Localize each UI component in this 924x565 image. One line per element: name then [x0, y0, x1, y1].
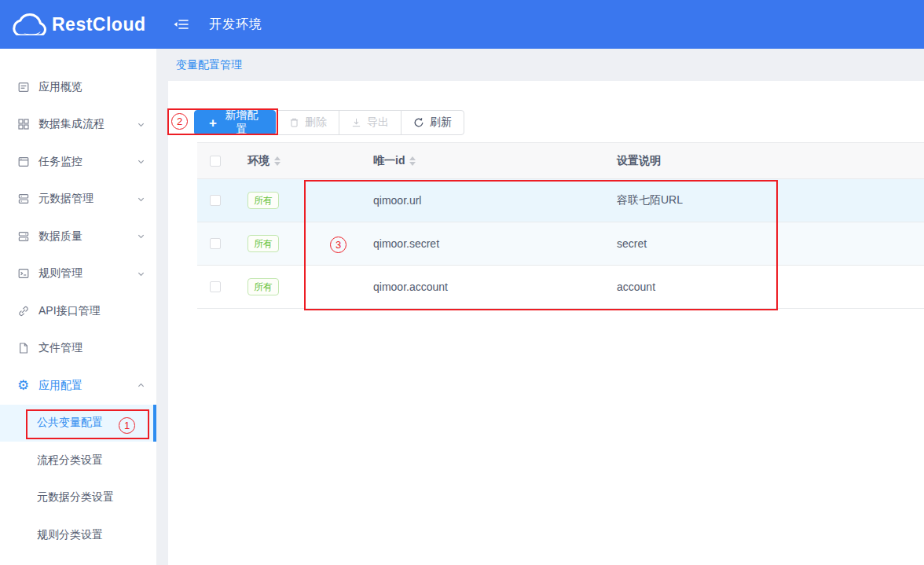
integration-icon — [16, 118, 30, 131]
column-header-desc: 设置说明 — [617, 154, 661, 167]
sidebar-item-app-config[interactable]: ⚙ 应用配置 — [0, 367, 156, 405]
chevron-down-icon — [137, 157, 145, 166]
sidebar-subitem-label: 公共变量配置 — [37, 416, 103, 430]
sidebar-subitem-flow-category[interactable]: 流程分类设置 — [0, 442, 156, 479]
env-tag: 所有 — [248, 235, 279, 252]
config-desc: account — [617, 281, 655, 293]
menu-fold-icon[interactable] — [174, 18, 189, 31]
export-button[interactable]: 导出 — [339, 110, 402, 135]
row-checkbox[interactable] — [210, 238, 221, 249]
chevron-down-icon — [137, 270, 145, 278]
sidebar-item-label: 应用配置 — [38, 379, 82, 393]
column-header-id: 唯一id — [373, 154, 405, 168]
table-row[interactable]: 所有 qimoor.url 容联七陌URL — [197, 179, 924, 222]
top-bar: RestCloud 开发环境 — [0, 0, 924, 49]
sidebar-item-label: 数据质量 — [38, 229, 82, 244]
sidebar-item-data-integration[interactable]: 数据集成流程 — [0, 106, 156, 144]
sidebar-item-api[interactable]: API接口管理 — [0, 292, 156, 330]
toolbar-button-group: 删除 导出 刷新 — [277, 110, 464, 135]
monitor-icon — [16, 155, 30, 168]
chevron-down-icon — [137, 232, 145, 240]
config-id: qimoor.account — [373, 281, 448, 293]
delete-button[interactable]: 删除 — [277, 110, 339, 135]
sidebar-subitem-label: 规则分类设置 — [37, 528, 103, 542]
table-row[interactable]: 所有 qimoor.secret secret — [197, 222, 924, 266]
page-title: 开发环境 — [209, 17, 262, 33]
sidebar-item-label: API接口管理 — [38, 304, 101, 318]
content-card: + 新增配置 删除 — [168, 81, 924, 565]
sidebar-item-metadata[interactable]: 元数据管理 — [0, 181, 156, 218]
chevron-up-icon — [137, 381, 145, 390]
metadata-icon — [16, 193, 30, 206]
row-checkbox[interactable] — [210, 281, 221, 292]
table-row[interactable]: 所有 qimoor.account account — [197, 266, 924, 309]
column-header-env: 环境 — [248, 154, 270, 168]
breadcrumb: 变量配置管理 — [156, 49, 924, 81]
trash-icon — [289, 117, 299, 128]
sidebar-item-label: 应用概览 — [38, 80, 82, 94]
gear-icon: ⚙ — [16, 379, 30, 392]
overview-icon — [16, 80, 30, 94]
sort-control-env[interactable] — [274, 156, 280, 166]
sidebar-item-app-overview[interactable]: 应用概览 — [0, 68, 156, 106]
config-desc: secret — [617, 237, 647, 250]
row-checkbox[interactable] — [210, 195, 221, 206]
refresh-icon — [413, 117, 424, 128]
main-content: 变量配置管理 + 新增配置 删除 — [156, 49, 924, 565]
sidebar-item-task-monitor[interactable]: 任务监控 — [0, 143, 156, 181]
download-icon — [351, 117, 361, 128]
api-icon — [16, 304, 30, 317]
sidebar-item-label: 元数据管理 — [38, 192, 94, 206]
quality-icon — [16, 229, 30, 243]
config-id: qimoor.url — [373, 194, 421, 207]
sidebar-subitem-label: 流程分类设置 — [37, 453, 103, 468]
sidebar-item-label: 文件管理 — [38, 341, 82, 355]
sidebar: 应用概览 数据集成流程 任务监控 — [0, 49, 156, 565]
sort-control-id[interactable] — [409, 156, 416, 166]
sidebar-subitem-rule-category[interactable]: 规则分类设置 — [0, 516, 156, 554]
sidebar-subitem-metadata-category[interactable]: 元数据分类设置 — [0, 479, 156, 517]
select-all-checkbox[interactable] — [210, 156, 221, 167]
sidebar-item-label: 规则管理 — [38, 266, 82, 281]
file-icon — [16, 342, 30, 355]
sidebar-item-files[interactable]: 文件管理 — [0, 330, 156, 368]
env-tag: 所有 — [248, 278, 279, 295]
rules-icon — [16, 267, 30, 281]
chevron-down-icon — [137, 195, 145, 204]
add-config-button[interactable]: + 新增配置 — [194, 110, 276, 135]
plus-icon: + — [209, 116, 217, 130]
config-table: 环境 唯一id 设置说明 — [197, 142, 924, 309]
chevron-down-icon — [137, 120, 145, 129]
env-tag: 所有 — [248, 192, 279, 209]
brand-name: RestCloud — [52, 14, 146, 35]
sidebar-item-data-quality[interactable]: 数据质量 — [0, 218, 156, 255]
brand-logo: RestCloud — [13, 11, 156, 39]
sidebar-item-label: 数据集成流程 — [38, 117, 104, 131]
toolbar: + 新增配置 删除 — [194, 110, 464, 135]
sidebar-item-label: 任务监控 — [38, 155, 82, 169]
sidebar-subitem-public-variables[interactable]: 公共变量配置 — [0, 405, 156, 442]
sidebar-item-rules[interactable]: 规则管理 — [0, 255, 156, 293]
cloud-logo-icon — [13, 11, 47, 39]
refresh-button[interactable]: 刷新 — [401, 110, 464, 135]
config-desc: 容联七陌URL — [617, 193, 683, 206]
sidebar-subitem-label: 元数据分类设置 — [37, 490, 114, 504]
config-id: qimoor.secret — [373, 237, 439, 250]
table-header-row: 环境 唯一id 设置说明 — [197, 143, 924, 179]
breadcrumb-link[interactable]: 变量配置管理 — [176, 58, 242, 72]
